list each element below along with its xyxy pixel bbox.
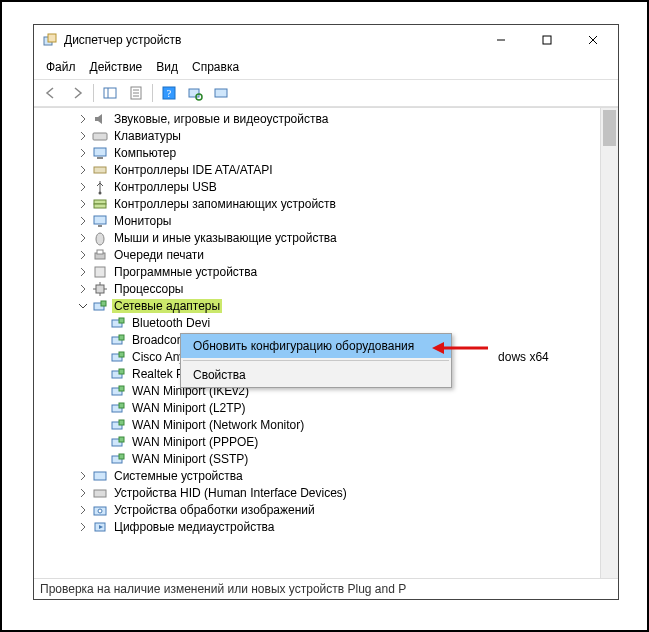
expand-icon[interactable]	[76, 265, 90, 279]
tree-node-ide[interactable]: Контроллеры IDE ATA/ATAPI	[34, 161, 601, 178]
tree-node-computer[interactable]: Компьютер	[34, 144, 601, 161]
expand-icon[interactable]	[76, 112, 90, 126]
tree-node-pppoe[interactable]: WAN Miniport (PPPOE)	[34, 433, 601, 450]
tree-node-netmon[interactable]: WAN Miniport (Network Monitor)	[34, 416, 601, 433]
expand-icon[interactable]	[76, 197, 90, 211]
tree-node-hid[interactable]: Устройства HID (Human Interface Devices)	[34, 484, 601, 501]
tree-node-media[interactable]: Цифровые медиаустройства	[34, 518, 601, 535]
tree-node-audio[interactable]: Звуковые, игровые и видеоустройства	[34, 110, 601, 127]
minimize-button[interactable]	[478, 25, 524, 55]
expand-icon[interactable]	[76, 520, 90, 534]
net-icon	[110, 417, 126, 433]
tree-node-sstp[interactable]: WAN Miniport (SSTP)	[34, 450, 601, 467]
svg-rect-38	[119, 318, 124, 323]
expand-icon[interactable]	[76, 231, 90, 245]
svg-point-26	[96, 233, 104, 245]
tree-node-storage[interactable]: Контроллеры запоминающих устройств	[34, 195, 601, 212]
printer-icon	[92, 247, 108, 263]
tree-node-bt[interactable]: Bluetooth Devi	[34, 314, 601, 331]
statusbar: Проверка на наличие изменений или новых …	[34, 578, 618, 599]
tree-node-label: Мыши и иные указывающие устройства	[112, 231, 339, 245]
tree-node-sys[interactable]: Системные устройства	[34, 467, 601, 484]
expand-icon[interactable]	[76, 248, 90, 262]
expand-icon[interactable]	[76, 282, 90, 296]
context-menu-scan-hardware[interactable]: Обновить конфигурацию оборудования	[181, 334, 451, 358]
context-menu-separator	[183, 360, 449, 361]
net-icon	[110, 383, 126, 399]
scan-hardware-button[interactable]	[183, 82, 207, 104]
tree-node-keyboards[interactable]: Клавиатуры	[34, 127, 601, 144]
tree-node-label: Процессоры	[112, 282, 186, 296]
svg-rect-1	[48, 34, 56, 42]
svg-rect-19	[97, 157, 103, 159]
expand-icon[interactable]	[76, 180, 90, 194]
menu-action[interactable]: Действие	[84, 58, 149, 76]
tree-node-label: Звуковые, игровые и видеоустройства	[112, 112, 330, 126]
close-button[interactable]	[570, 25, 616, 55]
tree-node-label: Контроллеры запоминающих устройств	[112, 197, 338, 211]
expand-icon[interactable]	[76, 469, 90, 483]
tree-node-imaging[interactable]: Устройства обработки изображений	[34, 501, 601, 518]
vertical-scrollbar[interactable]	[600, 108, 618, 578]
svg-rect-50	[119, 420, 124, 425]
properties-button[interactable]	[124, 82, 148, 104]
scrollbar-thumb[interactable]	[603, 110, 616, 146]
expand-icon[interactable]	[76, 146, 90, 160]
collapse-icon[interactable]	[76, 299, 90, 313]
tree-node-net[interactable]: Сетевые адаптеры	[34, 297, 601, 314]
svg-rect-30	[96, 285, 104, 293]
net-icon	[110, 434, 126, 450]
net-icon	[110, 451, 126, 467]
tree-node-label: Контроллеры USB	[112, 180, 219, 194]
svg-rect-14	[189, 89, 199, 97]
monitor-icon	[92, 213, 108, 229]
forward-button[interactable]	[65, 82, 89, 104]
expand-icon[interactable]	[76, 486, 90, 500]
window-title: Диспетчер устройств	[64, 33, 478, 47]
tree-node-mice[interactable]: Мыши и иные указывающие устройства	[34, 229, 601, 246]
back-button[interactable]	[39, 82, 63, 104]
svg-rect-55	[94, 472, 106, 480]
svg-rect-40	[119, 335, 124, 340]
tree-node-swdev[interactable]: Программные устройства	[34, 263, 601, 280]
ide-icon	[92, 162, 108, 178]
toolbar: ?	[34, 79, 618, 107]
tree-node-usb[interactable]: Контроллеры USB	[34, 178, 601, 195]
context-menu-properties[interactable]: Свойства	[181, 363, 451, 387]
maximize-button[interactable]	[524, 25, 570, 55]
sys-icon	[92, 468, 108, 484]
net-icon	[110, 315, 126, 331]
tree-node-printq[interactable]: Очереди печати	[34, 246, 601, 263]
expand-icon[interactable]	[76, 214, 90, 228]
tree-node-cpu[interactable]: Процессоры	[34, 280, 601, 297]
menu-view[interactable]: Вид	[150, 58, 184, 76]
show-hide-console-tree-button[interactable]	[98, 82, 122, 104]
svg-rect-3	[543, 36, 551, 44]
expand-icon[interactable]	[76, 163, 90, 177]
help-button[interactable]: ?	[157, 82, 181, 104]
tree-node-label: Цифровые медиаустройства	[112, 520, 277, 534]
context-menu: Обновить конфигурацию оборудования Свойс…	[180, 333, 452, 388]
device-manager-window: Диспетчер устройств Файл Действие Вид Сп…	[33, 24, 619, 600]
show-hidden-devices-button[interactable]	[209, 82, 233, 104]
tree-node-l2tp[interactable]: WAN Miniport (L2TP)	[34, 399, 601, 416]
toolbar-separator	[93, 84, 94, 102]
svg-rect-28	[97, 250, 103, 254]
expand-icon[interactable]	[76, 129, 90, 143]
svg-rect-36	[101, 301, 106, 306]
expand-icon[interactable]	[76, 503, 90, 517]
tree-node-monitors[interactable]: Мониторы	[34, 212, 601, 229]
tree-node-label: Программные устройства	[112, 265, 259, 279]
tree-node-label: WAN Miniport (Network Monitor)	[130, 418, 306, 432]
menu-help[interactable]: Справка	[186, 58, 245, 76]
cpu-icon	[92, 281, 108, 297]
titlebar[interactable]: Диспетчер устройств	[34, 25, 618, 55]
svg-rect-52	[119, 437, 124, 442]
tree-node-label: Bluetooth Devi	[130, 316, 212, 330]
usb-icon	[92, 179, 108, 195]
mouse-icon	[92, 230, 108, 246]
media-icon	[92, 519, 108, 535]
tree-node-label: Клавиатуры	[112, 129, 183, 143]
menu-file[interactable]: Файл	[40, 58, 82, 76]
svg-rect-20	[94, 167, 106, 173]
